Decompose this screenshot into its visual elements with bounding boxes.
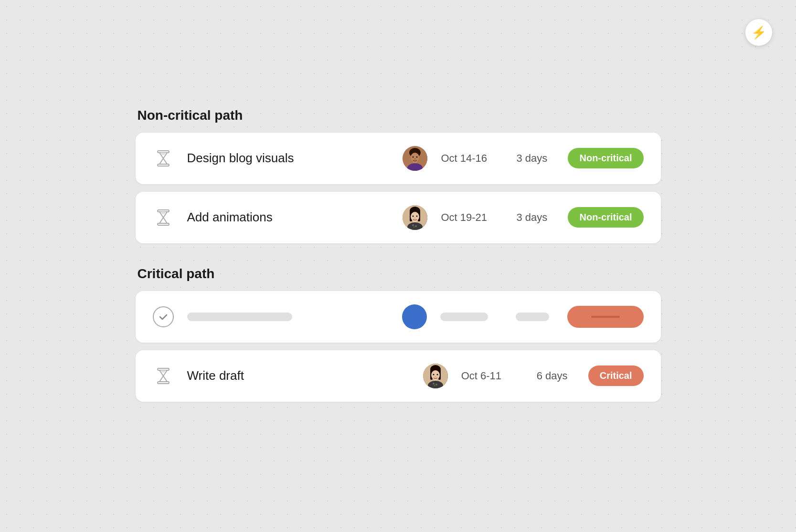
duration: 3 days	[516, 152, 554, 165]
non-critical-section: Non-critical path Design blog visuals	[136, 108, 661, 243]
main-container: Non-critical path Design blog visuals	[136, 89, 661, 444]
non-critical-section-title: Non-critical path	[138, 108, 661, 123]
svg-rect-0	[158, 151, 169, 153]
svg-point-34	[433, 383, 435, 385]
lightning-icon: ⚡	[751, 25, 766, 40]
duration: 3 days	[516, 211, 554, 224]
date-range: Oct 19-21	[441, 211, 503, 224]
redacted-date	[440, 313, 502, 321]
svg-rect-10	[158, 210, 169, 212]
svg-point-37	[433, 374, 434, 375]
svg-rect-25	[158, 368, 169, 370]
svg-point-9	[414, 158, 416, 159]
task-name: Design blog visuals	[187, 151, 390, 166]
hourglass-icon	[153, 207, 174, 228]
svg-point-24	[414, 217, 416, 218]
svg-point-7	[413, 156, 414, 157]
svg-point-39	[435, 376, 436, 376]
redacted-status-badge	[567, 306, 644, 328]
redacted-duration	[516, 313, 554, 321]
hourglass-icon	[153, 365, 174, 386]
task-card-write-draft[interactable]: Write draft	[136, 350, 661, 402]
svg-point-22	[413, 215, 414, 217]
task-name: Add animations	[187, 210, 390, 225]
task-card-design-blog[interactable]: Design blog visuals	[136, 133, 661, 184]
svg-point-23	[416, 215, 418, 217]
svg-point-20	[415, 225, 417, 227]
avatar	[423, 364, 448, 388]
hourglass-icon	[153, 148, 174, 169]
svg-point-19	[412, 224, 414, 226]
date-range: Oct 6-11	[461, 370, 523, 382]
svg-point-35	[435, 384, 437, 386]
critical-section: Critical path	[136, 266, 661, 402]
status-badge: Non-critical	[568, 207, 643, 228]
task-card-add-animations[interactable]: Add animations	[136, 192, 661, 243]
critical-section-title: Critical path	[138, 266, 661, 282]
svg-point-8	[416, 156, 418, 157]
status-badge: Non-critical	[568, 148, 643, 168]
svg-point-38	[436, 374, 438, 375]
task-name: Write draft	[187, 368, 410, 383]
avatar	[403, 146, 427, 171]
svg-rect-11	[158, 223, 169, 225]
check-circle-icon	[153, 306, 174, 327]
svg-rect-1	[158, 164, 169, 166]
svg-point-21	[414, 226, 415, 228]
date-range: Oct 14-16	[441, 152, 503, 165]
svg-point-36	[434, 385, 435, 386]
lightning-button[interactable]: ⚡	[745, 19, 772, 46]
status-badge: Critical	[588, 365, 644, 386]
duration: 6 days	[537, 370, 575, 382]
avatar-placeholder	[402, 304, 427, 329]
svg-rect-26	[158, 382, 169, 384]
avatar	[403, 205, 427, 230]
redacted-task-name	[187, 313, 292, 321]
task-card-redacted[interactable]	[136, 291, 661, 343]
